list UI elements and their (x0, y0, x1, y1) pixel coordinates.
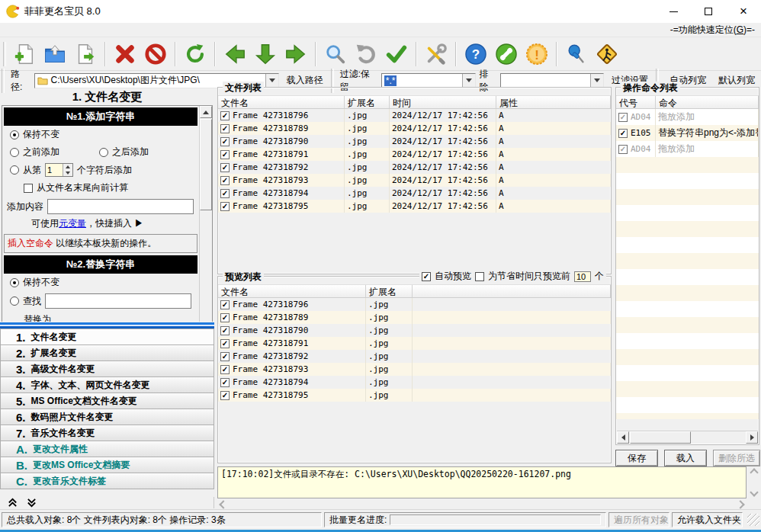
scroll-up-icon[interactable] (750, 468, 758, 476)
nav-item[interactable]: 1. 文件名变更 (0, 328, 214, 345)
scroll-left-icon[interactable] (617, 431, 629, 444)
maximize-button[interactable] (691, 0, 726, 23)
column-header[interactable]: 时间 (390, 96, 496, 108)
scroll-thumb[interactable] (630, 431, 691, 444)
add-at-position-radio[interactable] (10, 165, 19, 175)
row-checkbox[interactable]: ✓ (220, 378, 230, 387)
scroll-down-icon[interactable] (750, 488, 758, 496)
add-file-icon[interactable] (70, 40, 101, 69)
limit-preview-checkbox[interactable] (475, 272, 484, 281)
spin-up-icon[interactable] (63, 164, 72, 170)
minimize-button[interactable] (656, 0, 691, 23)
menu-item[interactable] (78, 29, 88, 30)
preview-row[interactable]: ✓Frame 427318795 .jpg (218, 389, 611, 402)
nav-item[interactable]: C. 更改音乐文件标签 (0, 473, 214, 489)
open-folder-icon[interactable] (40, 40, 70, 69)
preview-row[interactable]: ✓Frame 427318790 .jpg (218, 324, 611, 337)
row-checkbox[interactable]: ✓ (220, 352, 230, 361)
ops-row[interactable]: ✓AD04 拖放添加 (616, 109, 759, 125)
delete-icon[interactable] (110, 40, 140, 69)
replace-keep-radio[interactable] (10, 278, 19, 287)
add-after-radio[interactable] (99, 148, 108, 157)
arrow-down-icon[interactable] (250, 40, 281, 69)
file-row[interactable]: ✓Frame 427318790 .jpg 2024/12/17 17:42:5… (218, 135, 611, 148)
file-row[interactable]: ✓Frame 427318789 .jpg 2024/12/17 17:42:5… (218, 122, 611, 135)
load-button[interactable]: 载入 (664, 450, 707, 466)
preview-row[interactable]: ✓Frame 427318792 .jpg (218, 350, 611, 363)
path-dropdown-button[interactable] (265, 74, 278, 88)
file-row[interactable]: ✓Frame 427318795 .jpg 2024/12/17 17:42:5… (218, 200, 611, 213)
tools-icon[interactable] (421, 40, 451, 69)
find-radio[interactable] (10, 296, 19, 306)
menu-item[interactable] (17, 29, 27, 30)
preview-row[interactable]: ✓Frame 427318791 .jpg (218, 337, 611, 350)
filter-combobox[interactable]: *.* (381, 73, 477, 88)
menu-item[interactable] (66, 29, 76, 30)
refresh-icon[interactable] (180, 40, 210, 69)
scroll-left-icon[interactable] (219, 500, 227, 508)
insert-empty-command-link[interactable]: 插入空命令 (8, 238, 53, 248)
row-checkbox[interactable]: ✓ (220, 313, 230, 322)
quick-locate-menu[interactable]: -=功能快速定位(G)=- (670, 24, 755, 37)
scroll-right-icon[interactable] (746, 431, 758, 444)
row-checkbox[interactable]: ✓ (220, 137, 230, 146)
row-checkbox[interactable]: ✓ (220, 365, 230, 374)
file-row[interactable]: ✓Frame 427318793 .jpg 2024/12/17 17:42:5… (218, 174, 611, 187)
save-button[interactable]: 保存 (615, 450, 658, 466)
add-before-radio[interactable] (10, 148, 19, 157)
column-header[interactable]: 文件名 (218, 96, 345, 108)
load-path-button[interactable]: 载入路径 (282, 72, 328, 88)
column-header[interactable] (413, 285, 611, 297)
menu-item[interactable] (53, 29, 64, 30)
traverse-all-toggle[interactable]: 遍历所有对象 (608, 512, 669, 527)
row-checkbox[interactable]: ✓ (220, 202, 230, 211)
row-checkbox[interactable]: ✓ (618, 145, 628, 154)
row-checkbox[interactable]: ✓ (220, 326, 230, 335)
file-row[interactable]: ✓Frame 427318796 .jpg 2024/12/17 17:42:5… (218, 109, 611, 122)
preview-row[interactable]: ✓Frame 427318793 .jpg (218, 363, 611, 376)
position-spinner[interactable] (45, 163, 73, 177)
ops-row[interactable]: ✓AD04 拖放添加 (616, 141, 759, 157)
row-checkbox[interactable]: ✓ (220, 300, 230, 309)
exclude-dropdown-button[interactable] (590, 74, 603, 88)
row-checkbox[interactable]: ✓ (618, 113, 628, 122)
scroll-up-icon[interactable] (200, 106, 212, 118)
spin-down-icon[interactable] (63, 170, 72, 176)
confirm-icon[interactable] (381, 40, 412, 69)
nav-scroll-down-icon[interactable] (27, 498, 37, 508)
caution-icon[interactable] (592, 40, 622, 69)
row-checkbox[interactable]: ✓ (220, 391, 230, 400)
preview-row[interactable]: ✓Frame 427318794 .jpg (218, 376, 611, 389)
meta-variable-link[interactable]: 元变量 (59, 218, 86, 229)
row-checkbox[interactable]: ✓ (220, 124, 230, 133)
alert-icon[interactable]: ! (522, 40, 552, 69)
column-header[interactable]: 代号 (616, 96, 656, 108)
exclude-combobox[interactable] (500, 73, 604, 88)
column-header[interactable]: 命令 (656, 96, 759, 108)
contact-icon[interactable] (491, 40, 522, 69)
nav-item[interactable]: 3. 高级文件名变更 (0, 361, 214, 377)
left-scrollbar[interactable] (199, 106, 212, 335)
undo-icon[interactable] (351, 40, 381, 69)
log-vertical-scrollbar[interactable] (748, 466, 760, 498)
find-input[interactable] (45, 293, 191, 309)
nav-item[interactable]: 6. 数码照片文件名变更 (0, 409, 214, 425)
nav-item[interactable]: 7. 音乐文件名变更 (0, 425, 214, 441)
row-checkbox[interactable]: ✓ (220, 150, 230, 159)
new-file-icon[interactable] (9, 40, 40, 69)
auto-preview-checkbox[interactable]: ✓ (422, 272, 431, 281)
add-content-input[interactable] (47, 199, 194, 214)
block-icon[interactable] (140, 40, 171, 69)
preview-row[interactable]: ✓Frame 427318796 .jpg (218, 298, 611, 311)
allow-folders-toggle[interactable]: 允许载入文件夹 (672, 512, 743, 527)
nav-item[interactable]: 2. 扩展名变更 (0, 345, 214, 361)
nav-item[interactable]: 5. MS Office文档文件名变更 (0, 393, 214, 409)
close-button[interactable]: × (726, 0, 761, 23)
arrow-right-icon[interactable] (281, 40, 311, 69)
column-header[interactable]: 文件名 (218, 285, 366, 297)
default-column-width-button[interactable]: 默认列宽 (714, 72, 759, 88)
menu-item[interactable] (41, 29, 52, 30)
nav-item[interactable]: 4. 字体、文本、网页文件名变更 (0, 377, 214, 393)
column-header[interactable]: 扩展名 (366, 285, 413, 297)
row-checkbox[interactable]: ✓ (220, 189, 230, 198)
